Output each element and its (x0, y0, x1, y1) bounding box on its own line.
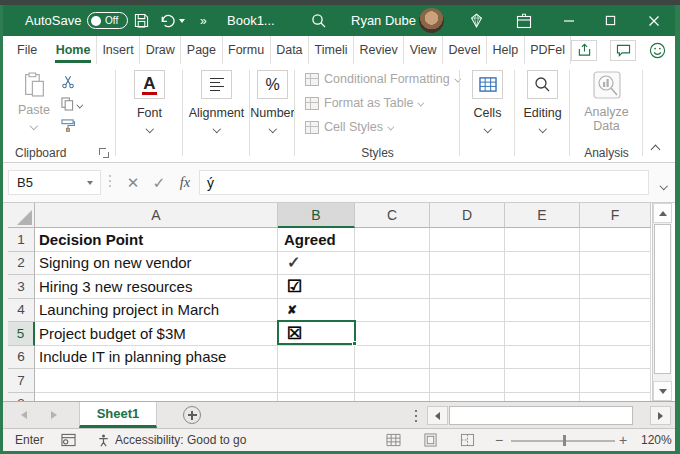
macro-record-icon[interactable] (61, 429, 76, 451)
cut-button[interactable] (61, 74, 101, 89)
enter-icon[interactable]: ✓ (147, 170, 171, 195)
normal-view-icon[interactable] (386, 429, 401, 451)
page-layout-view-icon[interactable] (423, 429, 438, 451)
cell-D4[interactable] (430, 299, 505, 323)
cell-B8[interactable] (278, 393, 355, 402)
row-header-1[interactable]: 1 (8, 228, 35, 252)
number-button[interactable]: % Number (250, 70, 295, 132)
cell-F5[interactable] (580, 322, 651, 346)
close-button[interactable] (648, 5, 660, 36)
tab-devel[interactable]: Devel (443, 36, 487, 64)
cell-A6[interactable]: Include IT in planning phase (35, 346, 278, 370)
expand-formula-bar-icon[interactable] (661, 183, 667, 189)
cell-B3[interactable]: ☑ (278, 275, 355, 299)
cell-D1[interactable] (430, 228, 505, 252)
cell-F6[interactable] (580, 346, 651, 370)
row-header-7[interactable]: 7 (8, 369, 35, 393)
formula-input[interactable]: ý (199, 170, 649, 195)
page-break-view-icon[interactable] (460, 429, 475, 451)
row-header-6[interactable]: 6 (8, 346, 35, 370)
column-header-A[interactable]: A (35, 203, 278, 228)
tab-pdfel[interactable]: PDFel (525, 36, 572, 64)
cell-B6[interactable] (278, 346, 355, 370)
collapse-ribbon-icon[interactable] (651, 144, 661, 152)
add-sheet-button[interactable] (183, 406, 201, 424)
maximize-button[interactable] (605, 5, 616, 36)
cell-F7[interactable] (580, 369, 651, 393)
cell-C5[interactable] (355, 322, 430, 346)
autosave-toggle[interactable]: Off (87, 5, 128, 36)
next-sheet-icon[interactable] (51, 411, 57, 419)
cell-A1[interactable]: Decision Point (35, 228, 278, 252)
cell-F1[interactable] (580, 228, 651, 252)
zoom-out-icon[interactable]: − (495, 429, 503, 451)
cell-E5[interactable] (505, 322, 580, 346)
minimize-button[interactable] (563, 5, 575, 36)
cell-B4[interactable]: ✘ (278, 299, 355, 323)
cell-D8[interactable] (430, 393, 505, 402)
cell-A3[interactable]: Hiring 3 new resources (35, 275, 278, 299)
sheet-tab-sheet1[interactable]: Sheet1 (79, 402, 157, 428)
cells-button[interactable]: Cells (460, 70, 515, 132)
cell-E7[interactable] (505, 369, 580, 393)
tab-formu[interactable]: Formu (223, 36, 271, 64)
diamond-icon[interactable] (468, 5, 485, 36)
feedback-smiley-icon[interactable] (649, 42, 666, 59)
accessibility-icon[interactable] (96, 429, 111, 451)
zoom-slider-thumb[interactable] (563, 435, 566, 446)
row-header-2[interactable]: 2 (8, 252, 35, 276)
cell-A7[interactable] (35, 369, 278, 393)
cell-E8[interactable] (505, 393, 580, 402)
zoom-level[interactable]: 120% (641, 429, 672, 451)
tab-reviev[interactable]: Reviev (354, 36, 404, 64)
undo-icon[interactable] (159, 5, 185, 36)
tab-help[interactable]: Help (487, 36, 525, 64)
vertical-scrollbar-thumb[interactable] (654, 224, 671, 374)
fill-handle[interactable] (352, 341, 357, 346)
cell-B2[interactable]: ✓ (278, 252, 355, 276)
document-title[interactable]: Book1... (227, 5, 275, 36)
cell-C4[interactable] (355, 299, 430, 323)
cell-A2[interactable]: Signing on new vendor (35, 252, 278, 276)
zoom-in-icon[interactable]: + (619, 429, 627, 451)
cell-E2[interactable] (505, 252, 580, 276)
column-header-C[interactable]: C (355, 203, 430, 228)
more-commands-icon[interactable]: » (200, 5, 207, 36)
select-all-corner[interactable] (8, 203, 35, 228)
cell-B1[interactable]: Agreed (278, 228, 355, 252)
row-header-8[interactable]: 8 (8, 393, 35, 402)
cell-D5[interactable] (430, 322, 505, 346)
tab-file[interactable]: File (7, 36, 47, 64)
cell-A5[interactable]: Project budget of $3M (35, 322, 278, 346)
analyze-data-button[interactable]: AnalyzeData (570, 70, 643, 133)
format-as-table-button[interactable]: Format as Table (305, 96, 461, 110)
cell-E1[interactable] (505, 228, 580, 252)
cell-F4[interactable] (580, 299, 651, 323)
insert-function-icon[interactable]: fx (173, 170, 197, 195)
cancel-icon[interactable]: ✕ (121, 170, 145, 195)
cell-E3[interactable] (505, 275, 580, 299)
column-header-E[interactable]: E (505, 203, 580, 228)
accessibility-status[interactable]: Accessibility: Good to go (115, 429, 246, 451)
cell-A4[interactable]: Launching project in March (35, 299, 278, 323)
clipboard-dialog-launcher-icon[interactable] (99, 148, 109, 158)
font-button[interactable]: A Font (116, 70, 183, 132)
share-button[interactable] (571, 40, 597, 61)
editing-button[interactable]: Editing (515, 70, 570, 132)
cell-F2[interactable] (580, 252, 651, 276)
tab-page[interactable]: Page (181, 36, 222, 64)
cell-C8[interactable] (355, 393, 430, 402)
cell-C7[interactable] (355, 369, 430, 393)
copy-button[interactable] (61, 96, 101, 111)
cell-E6[interactable] (505, 346, 580, 370)
paste-button[interactable]: Paste (11, 72, 57, 129)
conditional-formatting-button[interactable]: Conditional Formatting (305, 72, 461, 86)
user-name[interactable]: Ryan Dube (351, 5, 416, 36)
tab-draw[interactable]: Draw (140, 36, 181, 64)
tab-home[interactable]: Home (50, 36, 97, 64)
search-icon[interactable] (311, 5, 327, 36)
tab-scrollbar-divider[interactable] (415, 410, 417, 422)
column-header-B[interactable]: B (278, 203, 355, 228)
format-painter-button[interactable] (61, 118, 101, 133)
row-header-4[interactable]: 4 (8, 299, 35, 323)
